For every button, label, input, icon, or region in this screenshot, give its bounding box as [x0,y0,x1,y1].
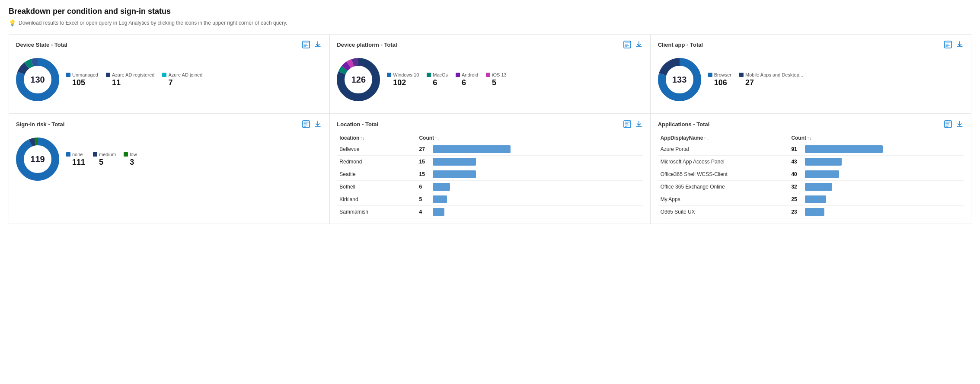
table-row: Bellevue 27 [337,143,643,156]
svg-rect-23 [945,46,948,47]
donut-total: 119 [30,154,45,164]
table-row: Microsoft App Access Panel 43 [658,156,964,168]
table-row: Office 365 Exchange Online 32 [658,181,964,193]
query-icon [623,120,631,128]
query-icon-btn[interactable] [301,119,311,129]
donut-panel: Device platform - Total [329,34,650,114]
sort-icon: ↑↓ [360,136,364,141]
legend-swatch [66,152,70,157]
legend-swatch [124,152,128,157]
download-icon-btn[interactable] [635,40,643,49]
legend-swatch [387,73,391,77]
donut-panel: Sign-in risk - Total [9,114,329,224]
query-icon-btn[interactable] [943,119,953,129]
legend-swatch [486,73,490,77]
legend-value: 27 [745,78,754,87]
bar [433,170,476,178]
row-name: Azure Portal [658,143,789,156]
svg-rect-43 [945,126,948,127]
legend-name: Android [462,72,478,77]
legend-item: low 3 [124,152,137,167]
table-row: Office365 Shell WCSS-Client 40 [658,168,964,181]
query-icon-btn[interactable] [301,40,311,49]
bar [433,195,447,203]
svg-rect-2 [303,44,307,45]
panel-title: Device platform - Total [337,42,397,48]
query-icon [944,120,952,128]
chart-row: 126 Windows 10 102 MacOs [337,54,643,108]
table-row: Seattle 15 [337,168,643,181]
page-title: Breakdown per condition and sign-in stat… [9,7,971,16]
query-icon-btn[interactable] [622,119,632,129]
bar [433,183,450,191]
legend-swatch [739,73,744,77]
download-icon-btn[interactable] [313,40,322,49]
table-row: My Apps 25 [658,193,964,206]
legend-value: 6 [462,78,466,87]
legend-name: Browser [714,72,731,77]
col-header-count[interactable]: Count ↑↓ [416,133,643,143]
legend-value: 11 [112,78,121,87]
legend-swatch [162,73,166,77]
legend-item: Azure AD registered 11 [106,72,154,87]
svg-rect-12 [625,45,629,46]
row-name: O365 Suite UX [658,206,789,218]
legend-swatch [106,73,110,77]
row-count: 27 [416,143,643,156]
table-row: Azure Portal 91 [658,143,964,156]
table-row: O365 Suite UX 23 [658,206,964,218]
legend-value: 5 [99,158,103,167]
table-row: Redmond 15 [337,156,643,168]
row-name: Sammamish [337,206,416,218]
table-row: Bothell 6 [337,181,643,193]
svg-rect-30 [303,126,306,127]
row-name: Redmond [337,156,416,168]
legend-swatch [708,73,712,77]
sort-icon: ↑↓ [704,136,708,141]
download-icon [314,121,321,128]
row-count: 5 [416,193,643,206]
legend-swatch [456,73,460,77]
legend: Windows 10 102 MacOs 6 [387,72,506,87]
svg-rect-21 [945,44,949,45]
svg-rect-36 [625,123,628,124]
svg-rect-28 [303,123,307,124]
legend-value: 6 [433,78,437,87]
legend-name: Azure AD registered [112,72,154,77]
legend-item: iOS 13 5 [486,72,507,87]
row-count: 40 [788,168,964,181]
download-icon-btn[interactable] [635,120,643,128]
donut-chart: 133 [658,58,701,101]
row-count: 6 [416,181,643,193]
col-header-count[interactable]: Count ↑↓ [788,133,964,143]
query-icon-btn[interactable] [622,40,632,49]
row-count: 43 [788,156,964,168]
col-header-name[interactable]: AppDisplayName ↑↓ [658,133,789,143]
query-icon-btn[interactable] [943,40,953,49]
legend-value: 102 [393,78,406,87]
table-wrapper: location ↑↓ Count ↑↓ Bel [337,133,643,218]
sort-icon: ↑↓ [435,136,439,141]
legend-name: iOS 13 [492,72,507,77]
query-icon [302,120,310,128]
donut-chart: 126 [337,58,380,101]
row-name: Kirkland [337,193,416,206]
legend-value: 5 [492,78,496,87]
download-icon-btn[interactable] [313,120,322,128]
bar [805,195,826,203]
svg-rect-27 [303,122,309,123]
download-icon-btn[interactable] [955,40,964,49]
table-panel: Applications - Total [651,114,971,224]
chart-row: 133 Browser 106 Mobile App [658,54,964,108]
download-icon-btn[interactable] [955,120,964,128]
legend-item: Browser 106 [708,72,731,87]
query-icon [623,41,631,48]
svg-rect-29 [303,125,308,125]
col-header-name[interactable]: location ↑↓ [337,133,416,143]
subtitle: 💡 Download results to Excel or open quer… [9,19,971,26]
panel-header: Location - Total [337,119,643,129]
data-table: location ↑↓ Count ↑↓ Bel [337,133,643,218]
legend-swatch [93,152,97,157]
svg-rect-37 [625,125,629,125]
table-header-row: location ↑↓ Count ↑↓ [337,133,643,143]
